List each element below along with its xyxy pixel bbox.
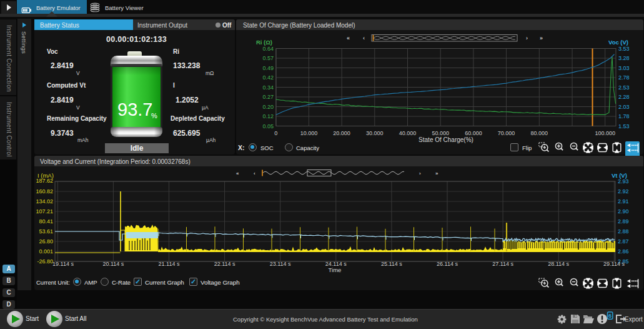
svg-text:0.34: 0.34 (262, 84, 274, 91)
svg-text:2.88: 2.88 (618, 228, 629, 235)
svg-text:27.114 s: 27.114 s (492, 261, 513, 267)
svg-text:22.114 s: 22.114 s (214, 261, 235, 267)
svg-text:0.64: 0.64 (262, 46, 274, 52)
svg-text:2.03: 2.03 (618, 104, 630, 110)
svg-text:2.90: 2.90 (618, 208, 629, 215)
svg-text:29.114 s: 29.114 s (603, 261, 625, 267)
svg-text:‹: ‹ (254, 171, 255, 176)
svg-text:2.53: 2.53 (618, 84, 630, 91)
svg-text:«: « (236, 171, 239, 176)
svg-text:3.03: 3.03 (618, 65, 630, 71)
svg-text:80.41: 80.41 (39, 218, 53, 225)
svg-text:Ri (Ω): Ri (Ω) (256, 39, 272, 46)
svg-text:0.001: 0.001 (39, 248, 53, 255)
svg-text:»: » (540, 35, 543, 41)
svg-text:0.42: 0.42 (262, 74, 274, 81)
svg-text:10.000: 10.000 (300, 130, 318, 136)
svg-text:0.12: 0.12 (262, 113, 274, 119)
svg-text:134.02: 134.02 (36, 198, 53, 205)
svg-text:2.86: 2.86 (618, 248, 629, 255)
svg-text:187.62: 187.62 (36, 178, 53, 184)
svg-text:26.80: 26.80 (39, 238, 53, 245)
svg-text:2.89: 2.89 (618, 218, 629, 225)
svg-text:2.28: 2.28 (618, 94, 630, 100)
svg-text:107.21: 107.21 (36, 208, 53, 215)
svg-text:0: 0 (274, 130, 277, 136)
svg-text:3.28: 3.28 (618, 55, 630, 61)
svg-text:100.000: 100.000 (595, 130, 615, 136)
svg-text:25.114 s: 25.114 s (381, 261, 402, 267)
svg-text:Voc (V): Voc (V) (608, 39, 628, 46)
svg-text:70.000: 70.000 (498, 130, 515, 136)
svg-text:80.000: 80.000 (531, 130, 548, 136)
svg-text:0.49: 0.49 (262, 65, 274, 71)
svg-text:State Of Charge(%): State Of Charge(%) (419, 136, 473, 143)
svg-text:0.57: 0.57 (262, 55, 274, 61)
svg-text:2.93: 2.93 (618, 178, 629, 185)
svg-text:28.114 s: 28.114 s (548, 261, 569, 267)
svg-text:-26.80: -26.80 (37, 258, 53, 265)
svg-text:Time: Time (329, 266, 342, 273)
svg-text:160.82: 160.82 (36, 188, 53, 195)
svg-text:1.78: 1.78 (618, 113, 630, 119)
svg-text:2.78: 2.78 (618, 74, 630, 81)
svg-text:6: 6 (608, 313, 612, 319)
svg-text:20.000: 20.000 (333, 130, 350, 136)
svg-text:26.114 s: 26.114 s (437, 261, 458, 267)
svg-text:0.05: 0.05 (262, 123, 274, 129)
svg-text:19.114 s: 19.114 s (52, 261, 74, 267)
svg-text:3.53: 3.53 (618, 46, 630, 52)
svg-text:0.20: 0.20 (262, 104, 274, 110)
svg-text:2.91: 2.91 (618, 198, 629, 205)
svg-text:40.000: 40.000 (399, 130, 417, 136)
svg-text:21.114 s: 21.114 s (159, 261, 180, 267)
svg-text:60.000: 60.000 (465, 130, 482, 136)
svg-text:50.000: 50.000 (432, 130, 449, 136)
svg-text:1.53: 1.53 (618, 123, 630, 129)
svg-text:›: › (526, 35, 528, 41)
svg-text:2.87: 2.87 (618, 238, 629, 245)
svg-text:23.114 s: 23.114 s (270, 261, 291, 267)
svg-text:«: « (347, 35, 350, 41)
svg-text:20.114 s: 20.114 s (102, 261, 124, 267)
svg-text:53.61: 53.61 (39, 228, 53, 235)
svg-text:›: › (419, 171, 421, 176)
svg-text:‹: ‹ (363, 35, 365, 41)
svg-text:0.27: 0.27 (262, 94, 274, 100)
svg-text:»: » (435, 171, 438, 176)
svg-text:2.92: 2.92 (618, 188, 629, 195)
svg-text:30.000: 30.000 (366, 130, 384, 136)
